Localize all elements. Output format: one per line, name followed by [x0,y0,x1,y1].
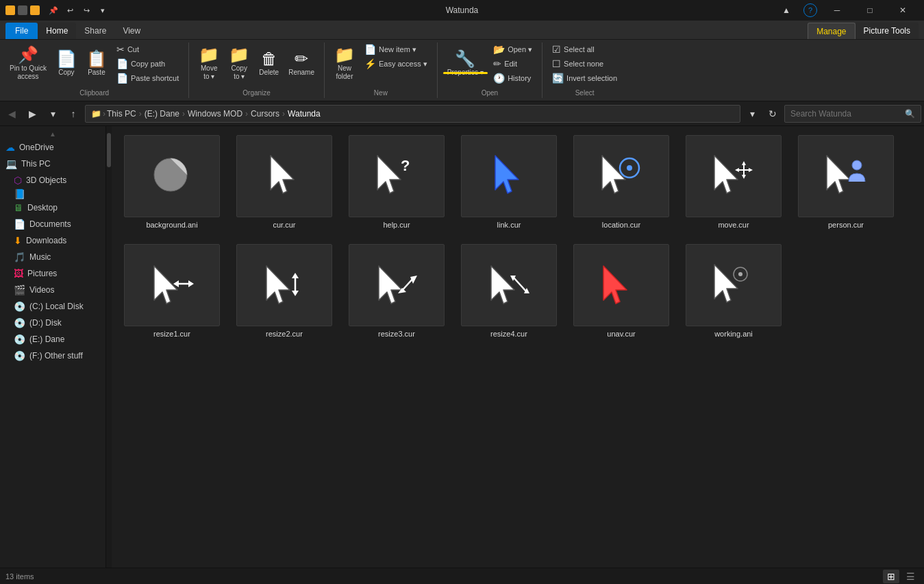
sidebar-scrollbar[interactable] [106,126,112,568]
up-button[interactable]: ↑ [64,105,82,123]
ribbon-collapse-button[interactable]: ▲ [771,0,802,21]
file-thumb-link-cur [461,135,557,217]
edit-button[interactable]: ✏ Edit [489,57,536,71]
search-box[interactable]: 🔍 [784,105,921,123]
tab-home[interactable]: Home [38,23,76,39]
sidebar-item-other-stuff[interactable]: 💿 (F:) Other stuff [0,348,105,364]
sidebar-item-d-disk[interactable]: 💿 (D:) Disk [0,315,105,331]
sidebar-item-local-disk[interactable]: 💿 (C:) Local Disk [0,298,105,315]
sidebar-item-pictures[interactable]: 🖼 Pictures [0,265,105,282]
svg-marker-20 [188,280,194,287]
delete-button[interactable]: 🗑 Delete [255,42,283,85]
select-all-button[interactable]: ☑ Select all [548,42,621,56]
sidebar-item-this-pc[interactable]: 💻 This PC [0,156,105,172]
cut-button[interactable]: ✂ Cut [112,42,183,56]
large-icons-toggle[interactable]: ⊞ [883,570,899,583]
rename-icon: ✏ [295,51,308,67]
help-button[interactable]: ? [803,3,817,17]
organize-label: Organize [242,89,271,97]
refresh-button[interactable]: ↻ [764,105,782,123]
paste-button[interactable]: 📋 Paste [82,42,111,85]
sidebar-item-onedrive[interactable]: ☁ OneDrive [0,139,105,156]
qat-pin-button[interactable]: 📌 [47,3,60,17]
recent-locations-button[interactable]: ▾ [44,105,62,123]
file-name-move-cur: move.cur [718,220,749,230]
breadcrumb-e-dane[interactable]: (E:) Dane [145,109,179,119]
breadcrumb-watunda[interactable]: Watunda [288,109,321,119]
file-item-location-cur[interactable]: location.cur [566,132,676,238]
app-icon-1 [5,5,15,15]
svg-line-30 [513,277,527,292]
desktop-icon: 🖥 [14,202,23,213]
new-item-button[interactable]: 📄 New item ▾ [360,42,432,56]
file-item-unav-cur[interactable]: unav.cur [566,241,676,347]
forward-button[interactable]: ▶ [23,105,41,123]
qat-redo-button[interactable]: ↪ [79,3,93,17]
sidebar-scroll-up[interactable]: ▲ [0,129,105,139]
file-item-resize1-cur[interactable]: resize1.cur [117,241,227,347]
history-button[interactable]: 🕐 History [489,71,536,85]
file-item-resize3-cur[interactable]: resize3.cur [342,241,451,347]
details-toggle[interactable]: ☰ [902,570,919,583]
file-item-cur-cur[interactable]: cur.cur [229,132,339,238]
breadcrumb-dropdown-button[interactable]: ▾ [743,105,761,123]
qat-undo-button[interactable]: ↩ [63,3,77,17]
file-item-background-ani[interactable]: background.ani [117,132,227,238]
rename-button[interactable]: ✏ Rename [284,42,319,85]
breadcrumb-cursors[interactable]: Cursors [251,109,279,119]
breadcrumb-this-pc[interactable]: This PC [107,109,136,119]
back-button[interactable]: ◀ [3,105,21,123]
select-none-button[interactable]: ☐ Select none [548,57,621,71]
properties-button[interactable]: 🔧 Properties ▾ [443,42,488,85]
sidebar-scrollbar-thumb[interactable] [107,133,111,167]
tab-view[interactable]: View [114,23,149,39]
minimize-button[interactable]: ─ [821,0,853,21]
file-item-resize4-cur[interactable]: resize4.cur [454,241,564,347]
move-to-button[interactable]: 📁 Moveto ▾ [195,42,223,85]
easy-access-button[interactable]: ⚡ Easy access ▾ [360,57,432,71]
file-item-resize2-cur[interactable]: resize2.cur [229,241,339,347]
sidebar-item-e-dane[interactable]: 💿 (E:) Dane [0,331,105,348]
new-folder-button[interactable]: 📁 Newfolder [330,42,359,85]
breadcrumb-windows-mod[interactable]: Windows MOD [188,109,242,119]
invert-selection-button[interactable]: 🔄 Invert selection [548,71,621,85]
file-item-link-cur[interactable]: link.cur [454,132,564,238]
downloads-icon: ⬇ [14,235,22,246]
copy-to-button[interactable]: 📁 Copyto ▾ [225,42,253,85]
onedrive-icon: ☁ [5,142,15,153]
breadcrumb[interactable]: 📁 › This PC › (E:) Dane › Windows MOD › … [85,105,740,123]
file-item-working-ani[interactable]: working.ani [679,241,788,347]
file-item-move-cur[interactable]: move.cur [679,132,788,238]
copy-button[interactable]: 📄 Copy [52,42,81,85]
new-folder-icon: 📁 [334,47,355,63]
sidebar-item-documents[interactable]: 📄 Documents [0,216,105,232]
sidebar-item-desktop[interactable]: 🖥 Desktop [0,199,105,216]
copy-path-button[interactable]: 📄 Copy path [112,57,183,71]
file-name-working-ani: working.ani [714,329,753,339]
tab-manage[interactable]: Manage [808,23,855,39]
close-button[interactable]: ✕ [887,0,919,21]
file-item-person-cur[interactable]: person.cur [791,132,901,238]
open-button[interactable]: 📂 Open ▾ [489,42,536,56]
resize3-cur-preview [369,258,424,313]
d-disk-icon: 💿 [14,317,25,328]
select-small-buttons: ☑ Select all ☐ Select none 🔄 Invert sele… [548,42,621,95]
address-bar: ◀ ▶ ▾ ↑ 📁 › This PC › (E:) Dane › Window… [0,101,924,126]
file-name-resize3-cur: resize3.cur [378,329,415,339]
tab-share[interactable]: Share [76,23,114,39]
file-name-person-cur: person.cur [828,220,864,230]
sidebar-item-music[interactable]: 🎵 Music [0,249,105,265]
file-thumb-unav-cur [573,244,669,326]
qat-dropdown-button[interactable]: ▾ [96,3,110,17]
tab-file[interactable]: File [5,23,38,39]
pin-to-quick-access-button[interactable]: 📌 Pin to Quickaccess [5,42,51,85]
search-input[interactable] [790,109,902,119]
sidebar-item-downloads[interactable]: ⬇ Downloads [0,232,105,249]
tab-picture-tools[interactable]: Picture Tools [856,23,919,39]
sidebar-item-3d-objects[interactable]: ⬡ 3D Objects [0,172,105,188]
paste-shortcut-button[interactable]: 📄 Paste shortcut [112,71,183,85]
sidebar-item-videos[interactable]: 🎬 Videos [0,282,105,298]
svg-marker-14 [749,168,753,172]
file-item-help-cur[interactable]: ? help.cur [342,132,451,238]
maximize-button[interactable]: □ [854,0,886,21]
